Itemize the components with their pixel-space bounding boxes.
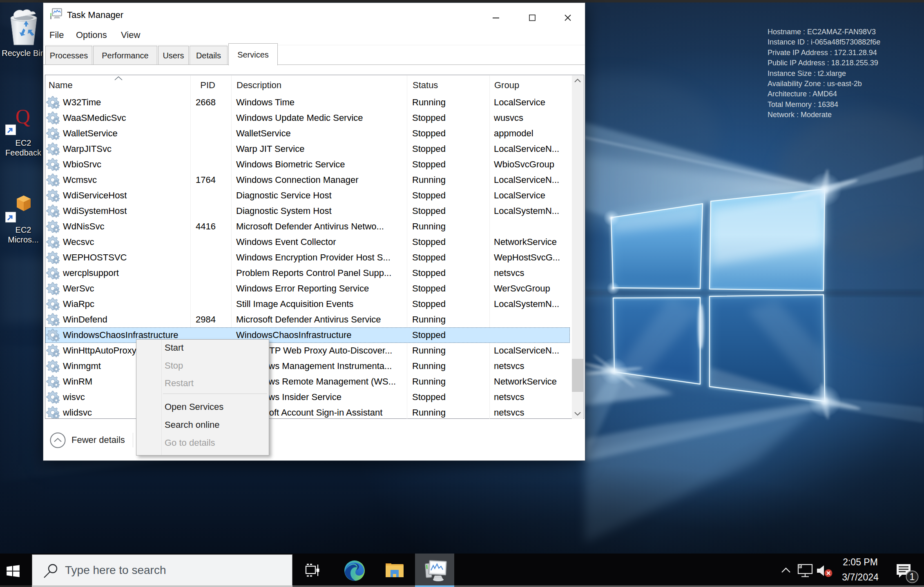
svg-text:1: 1 xyxy=(910,571,915,582)
